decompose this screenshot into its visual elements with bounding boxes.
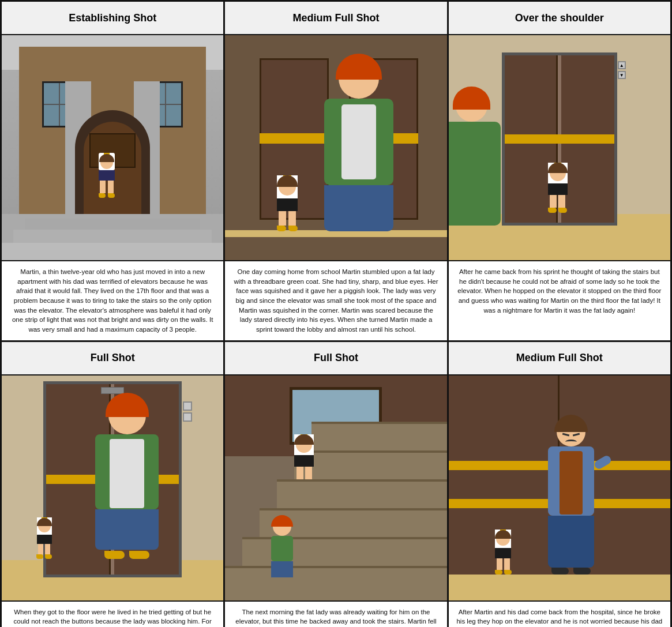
row-2: Full Shot (2, 342, 670, 627)
cell-5-header: Full Shot (225, 342, 446, 376)
cell-3-image: ▲ ▼ (449, 35, 670, 260)
cell-3: Over the shoulder ▲ ▼ (449, 2, 670, 340)
body (95, 434, 159, 509)
body (271, 536, 293, 561)
fat-lady-figure (324, 58, 393, 231)
cell-5-image (225, 376, 446, 600)
foot-left (99, 193, 106, 198)
cell-6: Medium Full Shot (449, 342, 670, 627)
leg-left (296, 467, 303, 479)
elevator-buttons: ▲ ▼ (618, 61, 626, 81)
cell-2-image (225, 35, 446, 260)
feet (95, 193, 118, 198)
leg-left (279, 211, 286, 226)
head (496, 532, 510, 546)
head (273, 517, 291, 536)
shirt (560, 451, 583, 515)
foot-right (504, 570, 512, 575)
cell-4-image (2, 376, 223, 600)
elev-strip (505, 134, 614, 144)
foot-left (495, 570, 502, 575)
storyboard: Establishing Shot (0, 0, 672, 627)
foot-left (36, 554, 43, 559)
legs (95, 181, 118, 193)
cell-2-caption: One day coming home from school Martin s… (225, 260, 446, 340)
btn-s2 (183, 412, 192, 422)
foot-left (277, 226, 286, 231)
foot-left (551, 568, 569, 575)
martin-small (36, 520, 52, 559)
cell-4: Full Shot (2, 342, 225, 627)
eyebrow-right (573, 433, 580, 436)
shirt (110, 439, 144, 508)
legs (294, 467, 314, 479)
btn-s (183, 401, 192, 411)
stair4 (277, 479, 446, 511)
feet (548, 568, 594, 575)
second-figure-stairs (271, 517, 293, 577)
cell-5-caption: The next morning the fat lady was alread… (225, 600, 446, 627)
shorts (495, 548, 511, 558)
foot-right (45, 554, 52, 559)
cell-1-caption: Martin, a thin twelve-year old who has j… (2, 260, 223, 340)
cell-1-image (2, 35, 223, 260)
mouth (565, 440, 577, 444)
legs (548, 195, 568, 208)
feet (548, 208, 568, 213)
martin-figure (277, 178, 298, 231)
shorts (277, 198, 298, 211)
cell-5: Full Shot (225, 342, 448, 627)
stair6 (311, 422, 446, 453)
leg-left (550, 195, 557, 208)
elev-light (101, 387, 124, 394)
boy-figure-1 (95, 156, 118, 214)
feet (495, 570, 512, 575)
cell-3-caption: After he came back from his sprint he th… (449, 260, 670, 329)
foot-left (548, 208, 557, 213)
head (557, 418, 585, 446)
pants (324, 185, 393, 231)
step2 (13, 230, 212, 244)
floor-line (449, 575, 670, 600)
hair (453, 87, 490, 110)
martin-on-stairs (294, 437, 314, 479)
cell-2-header: Medium Full Shot (225, 2, 446, 35)
shorts (37, 535, 52, 544)
feet (36, 554, 52, 559)
fat-lady-full (95, 397, 159, 559)
foot-right (129, 551, 149, 559)
pants (271, 561, 293, 577)
cell-2: Medium Full Shot (225, 2, 448, 340)
shirt (341, 104, 376, 179)
cell-1: Establishing Shot (2, 2, 225, 340)
dad-figure (548, 418, 594, 575)
hair (554, 415, 588, 432)
foot-right (108, 193, 115, 198)
cell-6-caption: After Martin and his dad come back from … (449, 600, 670, 627)
leg-right (288, 211, 296, 226)
body (324, 99, 393, 185)
head (38, 520, 51, 532)
head (339, 58, 379, 99)
leg-right (305, 467, 312, 479)
feet (95, 551, 159, 559)
legs (36, 544, 52, 554)
cell-6-header: Medium Full Shot (449, 342, 670, 376)
leg-left (497, 558, 502, 570)
pants (95, 509, 159, 550)
up-btn: ▲ (618, 61, 626, 69)
legs (495, 558, 512, 570)
pants (548, 516, 594, 568)
cell-4-caption: When they got to the floor were he lived… (2, 600, 223, 627)
leg-right (504, 558, 510, 570)
body (548, 446, 594, 516)
leg-left (38, 544, 43, 554)
down-btn: ▼ (618, 71, 626, 79)
martin-with-dad (495, 532, 512, 575)
body (449, 122, 501, 226)
face (562, 434, 580, 444)
row-1: Establishing Shot (2, 2, 670, 342)
head (456, 90, 487, 122)
leg-left (100, 181, 106, 193)
cell-3-header: Over the shoulder (449, 2, 670, 35)
